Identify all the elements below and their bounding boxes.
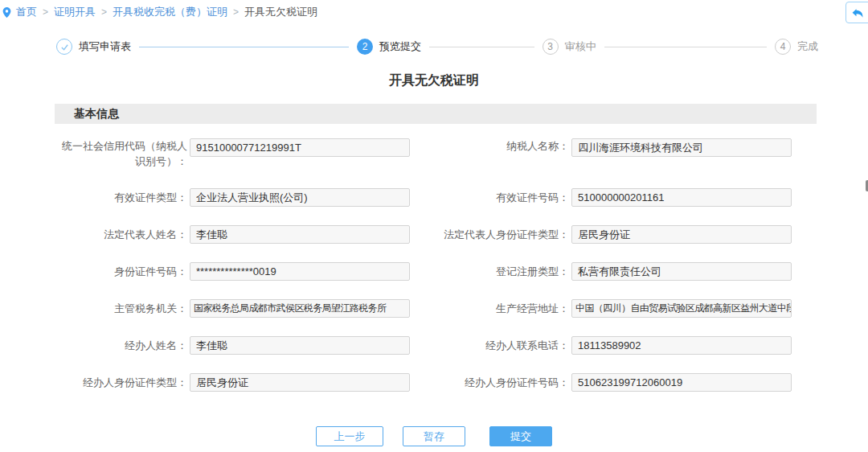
step3-number: 3 <box>542 39 559 55</box>
input-tax-authority[interactable]: 国家税务总局成都市武侯区税务局望江路税务所 <box>190 299 410 318</box>
field-label-cert-number: 有效证件号码： <box>436 188 569 207</box>
location-pin-icon <box>2 6 12 18</box>
input-credit-code[interactable]: 91510000771219991T <box>190 138 410 157</box>
step-reviewing: 3 审核中 <box>542 39 596 55</box>
stepper-line <box>429 47 534 47</box>
breadcrumb-certificate-issue[interactable]: 证明开具 <box>54 5 96 19</box>
input-agent-id-type[interactable]: 居民身份证 <box>190 373 410 392</box>
form-row: 身份证件号码： **************0019 登记注册类型： 私营有限责… <box>55 262 817 281</box>
step-fill-form: 填写申请表 <box>56 39 131 55</box>
form-row: 统一社会信用代码（纳税人识别号）： 91510000771219991T 纳税人… <box>55 138 817 171</box>
breadcrumb-separator: > <box>233 6 239 18</box>
progress-stepper: 填写申请表 2 预览提交 3 审核中 4 完成 <box>56 37 818 56</box>
form-row: 有效证件类型： 企业法人营业执照(公司) 有效证件号码： 51000000020… <box>55 188 817 207</box>
form-row: 经办人身份证件类型： 居民身份证 经办人身份证件号码： 510623199712… <box>55 373 817 392</box>
input-taxpayer-name[interactable]: 四川海涯环境科技有限公司 <box>571 138 792 157</box>
input-agent-id-number[interactable]: 510623199712060019 <box>571 373 792 392</box>
back-button[interactable] <box>845 2 868 23</box>
field-label-cert-type: 有效证件类型： <box>55 188 187 207</box>
input-cert-type[interactable]: 企业法人营业执照(公司) <box>190 188 410 207</box>
breadcrumb-current-page: 开具无欠税证明 <box>244 5 317 19</box>
stepper-line <box>604 47 767 47</box>
input-cert-number[interactable]: 510000000201161 <box>571 188 792 207</box>
field-label-tax-authority: 主管税务机关： <box>55 299 187 318</box>
field-label-agent-name: 经办人姓名： <box>55 336 187 355</box>
breadcrumb-home[interactable]: 首页 <box>16 5 37 19</box>
step3-label: 审核中 <box>565 39 596 54</box>
field-label-credit-code: 统一社会信用代码（纳税人识别号）： <box>55 138 187 169</box>
input-agent-name[interactable]: 李佳聪 <box>190 336 410 355</box>
step4-label: 完成 <box>797 39 818 54</box>
step2-label: 预览提交 <box>379 39 421 54</box>
input-legal-rep-name[interactable]: 李佳聪 <box>190 225 410 244</box>
breadcrumb-tax-payment-certificate[interactable]: 开具税收完税（费）证明 <box>113 5 227 19</box>
field-label-taxpayer-name: 纳税人名称： <box>436 138 569 154</box>
field-label-legal-rep-id-type: 法定代表人身份证件类型： <box>436 225 569 244</box>
page-title: 开具无欠税证明 <box>0 72 868 89</box>
action-button-bar: 上一步 暂存 提交 <box>0 426 868 446</box>
input-id-number[interactable]: **************0019 <box>190 262 410 281</box>
step-complete: 4 完成 <box>775 39 818 55</box>
step2-number: 2 <box>357 39 373 55</box>
previous-step-button[interactable]: 上一步 <box>316 426 383 446</box>
field-label-agent-id-type: 经办人身份证件类型： <box>55 373 187 392</box>
field-label-agent-phone: 经办人联系电话： <box>436 336 569 355</box>
form-row: 经办人姓名： 李佳聪 经办人联系电话： 18113589902 <box>55 336 817 355</box>
basic-info-form: 统一社会信用代码（纳税人识别号）： 91510000771219991T 纳税人… <box>55 138 817 392</box>
step1-label: 填写申请表 <box>79 39 131 54</box>
field-label-business-address: 生产经营地址： <box>436 299 569 318</box>
field-label-legal-rep-name: 法定代表人姓名： <box>55 225 187 244</box>
undo-icon <box>850 6 865 20</box>
form-row: 法定代表人姓名： 李佳聪 法定代表人身份证件类型： 居民身份证 <box>55 225 817 244</box>
input-registration-type[interactable]: 私营有限责任公司 <box>571 262 792 281</box>
step-preview-submit: 2 预览提交 <box>357 39 421 55</box>
field-label-agent-id-number: 经办人身份证件号码： <box>436 373 569 392</box>
input-legal-rep-id-type[interactable]: 居民身份证 <box>571 225 792 244</box>
input-business-address[interactable]: 中国（四川）自由贸易试验区成都高新区益州大道中段 <box>571 299 792 318</box>
step1-check-icon <box>56 39 72 55</box>
breadcrumb-separator: > <box>43 6 48 18</box>
step4-number: 4 <box>775 39 791 55</box>
field-label-registration-type: 登记注册类型： <box>436 262 569 281</box>
form-row: 主管税务机关： 国家税务总局成都市武侯区税务局望江路税务所 生产经营地址： 中国… <box>55 299 817 318</box>
submit-button[interactable]: 提交 <box>489 426 552 446</box>
breadcrumb: 首页 > 证明开具 > 开具税收完税（费）证明 > 开具无欠税证明 <box>2 5 317 19</box>
section-header-basic-info: 基本信息 <box>55 104 817 124</box>
field-label-id-number: 身份证件号码： <box>55 262 187 281</box>
stepper-line-done <box>139 47 349 47</box>
breadcrumb-separator: > <box>101 6 107 18</box>
input-agent-phone[interactable]: 18113589902 <box>571 336 792 355</box>
save-draft-button[interactable]: 暂存 <box>403 426 465 446</box>
